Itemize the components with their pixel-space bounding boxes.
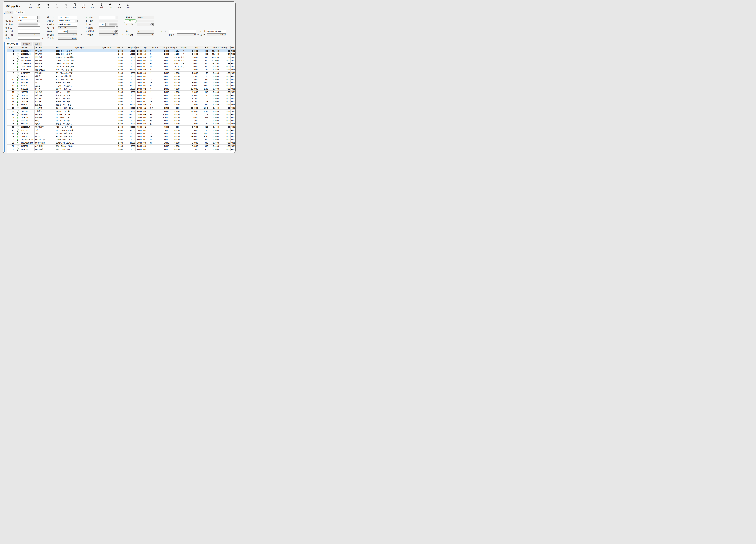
salesman-code-field[interactable]: CC08 — [99, 23, 106, 26]
column-header[interactable]: 单位 — [143, 46, 149, 49]
material-sprout-icon — [17, 81, 19, 84]
table-row[interactable]: 2 2900109104 钢化门玻 1891×600×6，透明钢 1.0000 … — [7, 52, 236, 56]
table-row[interactable]: 25 2301022MT 堵钉盖底座 A3S，**g，白色，Φ9. 1.0000… — [7, 126, 236, 129]
tab-detail[interactable]: 详细信息 — [14, 11, 25, 14]
table-row[interactable]: 9 0401803 磁条堵头 A3S，1g，镀铬，配05 1.0000 2.00… — [7, 75, 236, 78]
audit-button[interactable]: 审 核 >> — [124, 19, 137, 23]
table-row[interactable]: 10 0403021 方槽盖板 A3S，2.9g，银色，配0 1.0000 1.… — [7, 78, 236, 81]
table-row[interactable]: 26 2710005 包角 PP，60×60，HS，白色 2.0000 6.00… — [7, 129, 236, 132]
table-row[interactable]: 6 3207351930 墙条铝材 0735#，1930mm，黑钛 1.0000… — [7, 65, 236, 68]
customer-code-field[interactable]: 0109 — [18, 20, 38, 22]
column-header[interactable]: 替换材料代码 — [74, 46, 89, 49]
order-no-field[interactable]: 230600002492 — [58, 16, 77, 19]
tab-browse[interactable]: 浏览 — [5, 11, 13, 14]
qty-total-field[interactable]: 1.0000 — [58, 30, 67, 33]
contact-field[interactable] — [18, 26, 40, 29]
tab-material-cost[interactable]: 材料成本预估(1) — [5, 42, 21, 46]
customer-short-field[interactable] — [18, 23, 40, 26]
previous-record-button[interactable]: 上笔 — [44, 3, 51, 11]
cell-sub-name — [89, 62, 112, 65]
table-row[interactable]: 14 1802031 拉手子柄 锌合金，**g，镀铬， 1.0000 1.000… — [7, 91, 236, 94]
close-button[interactable]: 关闭 — [125, 3, 132, 11]
glass-field[interactable]: 6mm透明白玻，双面贴 — [207, 30, 226, 33]
column-header[interactable]: 单位名称 — [149, 46, 159, 49]
column-header[interactable] — [15, 46, 21, 49]
column-header[interactable]: 实际数量 — [159, 46, 170, 49]
table-row[interactable]: 19 1805013 不锈钢管 SUS304，亮光，30×10 1.0000 0… — [7, 106, 236, 110]
salesman-browse-icon[interactable]: … — [106, 23, 108, 26]
column-header[interactable]: 序号 — [7, 46, 15, 49]
delete-button[interactable]: 删除 — [98, 3, 105, 11]
table-row[interactable]: 8 0401600GR 安装辅助块 PA，25g，灰色，安装 1.0000 1.… — [7, 72, 236, 75]
tab-remarks[interactable]: 备注(4) — [33, 42, 42, 46]
source-combo[interactable]: 自动▼ — [137, 23, 154, 26]
column-header[interactable]: 辅助单位 — [180, 46, 188, 49]
table-row[interactable]: 12 0404036 连接轮 不锈钢，60g，亮光， 1.0000 2.0000… — [7, 84, 236, 87]
table-row[interactable]: 31 3601001 内六角扳手 碳钢，2.5mm，20×60 1.0000 1… — [7, 145, 236, 148]
table-row[interactable]: 29 35084001BE03 SUS304方管 0840#，25×13，018… — [7, 138, 236, 141]
column-header[interactable]: 子级定量 — [124, 46, 136, 49]
copy-button[interactable]: 复制 — [80, 3, 87, 11]
table-row[interactable]: 28 2831010 防跳轮 SUS304，亮光，单轮 1.0000 2.000… — [7, 135, 236, 138]
print-button[interactable]: 打印 — [107, 3, 114, 11]
table-row[interactable]: 17 1802093 固定座B 锌合金，80g，镀铬， 1.0000 1.000… — [7, 100, 236, 103]
table-row[interactable]: 23 2203013 地夹A 锌合金，62g，镀铬， 1.0000 1.0000… — [7, 119, 236, 122]
detail-tabs: 材料成本预估(1) 加减项(3) 备注(4) — [5, 42, 42, 46]
new-button[interactable]: 新增 — [71, 3, 78, 11]
table-row[interactable]: 24 2203019 地夹B 锌合金，62g，镀铬， 1.0000 1.0000… — [7, 122, 236, 126]
table-row[interactable]: 11 0404031 滑块 锌合金，44g，镀铬， 1.0000 2.0000 … — [7, 81, 236, 84]
table-row[interactable]: 30 350842004B03 SUS304圆管 0842#，Φ25，3048m… — [7, 141, 236, 145]
table-row[interactable]: 18 1804025 圆管垫片 铝合金，0.5g，本色， 1.0000 2.00… — [7, 103, 236, 106]
project-code-browse-icon[interactable]: … — [116, 16, 118, 19]
customer-code-browse-icon[interactable]: … — [38, 20, 40, 22]
edit-button[interactable]: 修改 — [89, 3, 96, 11]
table-row[interactable]: 13 0703001 定位块 SUS304，亮光，无孔 1.0000 1.000… — [7, 87, 236, 91]
cell-aux-qty: 0.0000 — [170, 145, 180, 148]
column-header[interactable]: 材料代码 — [21, 46, 35, 49]
route-browse-icon[interactable]: … — [116, 26, 118, 29]
column-header[interactable]: 辅助金额 — [220, 46, 231, 49]
pricing-method-combo[interactable]: 工时▼ — [99, 30, 118, 33]
date-field[interactable]: 2023/05/30 — [18, 16, 38, 19]
table-row[interactable]: 4 3203191930 磁条铝材 0319#，1930mm，黑钛 1.0000… — [7, 59, 236, 62]
table-row[interactable]: 5 3206571930 磁条铝材 0657#，1930mm，黑钛 1.0000… — [7, 62, 236, 65]
cell-actual-qty: 1.0000 — [159, 62, 170, 65]
product-code-field[interactable]: Z05012701090 — [58, 20, 75, 22]
next-record-button[interactable]: 下笔 — [53, 3, 60, 11]
column-header[interactable]: 规格 — [55, 46, 74, 49]
table-row[interactable]: 22 2005004 膨胀螺丝 PP，Φ6×40，白色， 1.0000 10.0… — [7, 116, 236, 119]
base-material-field[interactable]: 黑钛 — [169, 30, 196, 33]
column-header[interactable]: 材料名称 — [35, 46, 55, 49]
table-row[interactable]: 16 1802092 固定座A 锌合金，80g，镀铬， 1.0000 1.000… — [7, 97, 236, 100]
column-header[interactable]: 父级定量 — [112, 46, 124, 49]
table-row[interactable]: 1 2900109103 钢化平玻 1099×500×6，透明钢 1.0000 … — [7, 49, 236, 52]
column-header[interactable]: 金额 — [199, 46, 209, 49]
table-row[interactable]: 3 3200741190 挡水铝材 0074#，1190mm，黑钛 2.0000… — [7, 56, 236, 59]
column-header[interactable]: 辅助单价 — [209, 46, 220, 49]
table-row[interactable]: 20 1805017 支撑接头 SUS304，**g，本色， 1.0000 1.… — [7, 110, 236, 113]
date-dropdown-icon[interactable]: ▼ — [38, 16, 40, 19]
transfer-button[interactable]: 抛转 — [116, 3, 123, 11]
chevron-down-icon[interactable]: ▼ — [151, 23, 154, 26]
table-row[interactable]: 21 2001131 自攻螺钉 SUS304，ST3.9×45， 1.0000 … — [7, 113, 236, 116]
project-code-field[interactable] — [99, 16, 115, 19]
column-header[interactable]: 替换材料名称 — [89, 46, 112, 49]
column-header[interactable]: 单价 — [188, 46, 199, 49]
search-button[interactable]: 查询 — [27, 3, 34, 11]
product-code-browse-icon[interactable]: … — [75, 20, 78, 22]
chevron-down-icon[interactable]: ▼ — [115, 30, 118, 33]
table-row[interactable]: 32 3601002 内六角扳手 碳钢，5mm，93×65， 1.0000 1.… — [7, 148, 236, 151]
tab-adjustments[interactable]: 加减项(3) — [21, 42, 32, 46]
last-record-button[interactable]: 末笔 — [62, 3, 69, 11]
table-row[interactable]: 15 1802032 拉手主柄 锌合金，xxg，镀铬， 1.0000 1.000… — [7, 94, 236, 97]
column-header[interactable]: 仓库代 — [231, 46, 236, 49]
phone-field[interactable] — [18, 30, 40, 33]
column-header[interactable]: 辅助数量 — [170, 46, 180, 49]
column-header[interactable]: 数量 — [136, 46, 143, 49]
first-record-button[interactable]: 首笔 — [36, 3, 42, 11]
title-dropdown-icon[interactable]: ▼ — [19, 6, 20, 7]
table-row[interactable]: 7 0401574 磁条铝材盖板 A3S，0.5g，镀铬，配0 1.0000 2… — [7, 68, 236, 72]
product-name-field[interactable]: 简易房-平面单移门 — [58, 23, 77, 26]
profit-rate-field[interactable] — [18, 37, 40, 40]
table-row[interactable]: 27 2831009 滑轮 SUS304，亮光，单轮， 1.0000 2.000… — [7, 132, 236, 135]
